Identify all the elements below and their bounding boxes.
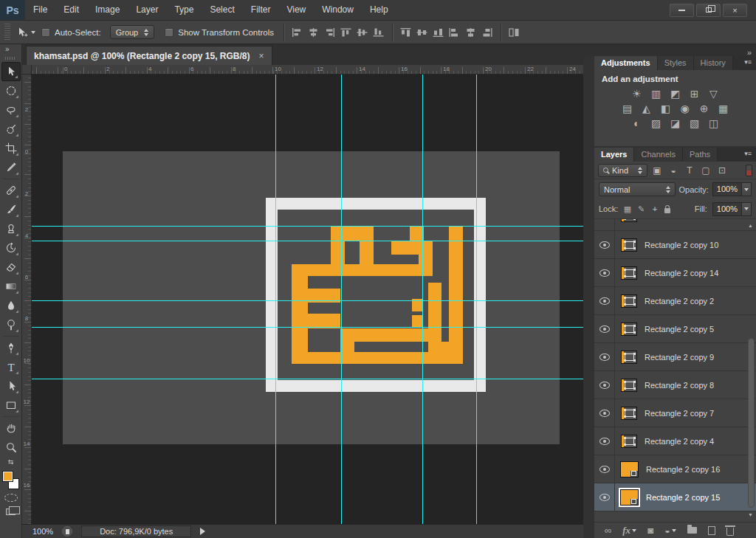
guide-horizontal[interactable] (32, 226, 583, 227)
layer-row[interactable]: Rectangle 2 copy 5 (594, 315, 756, 343)
visibility-column[interactable] (594, 219, 615, 230)
guide-vertical[interactable] (476, 75, 477, 524)
menu-image[interactable]: Image (87, 0, 128, 20)
tool-eyedropper[interactable] (1, 158, 21, 177)
scrollbar-thumb[interactable] (748, 338, 755, 508)
lock-position-icon[interactable]: + (650, 204, 659, 213)
tool-pen[interactable] (1, 338, 21, 357)
screen-mode-button[interactable] (6, 508, 16, 515)
eye-icon[interactable] (599, 382, 610, 389)
guide-horizontal[interactable] (32, 241, 583, 241)
visibility-column[interactable] (594, 315, 615, 342)
tool-gradient[interactable] (1, 277, 21, 296)
tool-type[interactable]: T (1, 357, 21, 376)
visibility-column[interactable] (594, 483, 615, 511)
color-lookup-icon[interactable]: ▦ (717, 103, 729, 114)
menu-help[interactable]: Help (362, 0, 396, 20)
eye-icon[interactable] (599, 269, 610, 277)
panel-menu-icon[interactable]: ▾≡ (744, 148, 756, 162)
tool-brush[interactable] (1, 200, 21, 219)
foreground-color-swatch[interactable] (2, 471, 13, 482)
guide-horizontal[interactable] (32, 379, 583, 379)
layer-name[interactable]: Rectangle 2 copy 7 (645, 409, 714, 418)
guide-horizontal[interactable] (32, 327, 583, 328)
tab-layers[interactable]: Layers (594, 148, 634, 162)
tool-history-brush[interactable] (1, 238, 21, 258)
vertical-ruler[interactable]: 2 0 2 4 6 8 10 12 14 16 (22, 75, 32, 524)
layer-name[interactable]: Rectangle 2 copy 8 (645, 381, 714, 390)
layer-name[interactable]: Rectangle 2 copy 9 (645, 353, 714, 362)
layer-row[interactable]: Rectangle 2 copy 4 (594, 427, 756, 455)
visibility-column[interactable] (594, 427, 615, 455)
restore-button[interactable] (696, 4, 721, 17)
selective-color-icon[interactable]: ◫ (707, 117, 720, 129)
new-adjustment-layer-button[interactable]: ◒ (664, 525, 676, 535)
layer-row[interactable]: Rectangle 2 copy 2 (594, 287, 756, 315)
tool-eraser[interactable] (1, 258, 21, 277)
hue-saturation-icon[interactable]: ▤ (621, 103, 633, 114)
black-white-icon[interactable]: ◧ (659, 103, 672, 114)
guide-horizontal[interactable] (32, 300, 583, 301)
eye-icon[interactable] (599, 297, 610, 305)
tool-blur[interactable] (1, 296, 21, 315)
delete-layer-icon[interactable] (726, 528, 734, 536)
layer-thumbnail-shape[interactable] (620, 489, 639, 506)
auto-align-layers-icon[interactable] (508, 27, 520, 38)
link-layers-icon[interactable]: ∞ (605, 525, 611, 535)
horizontal-ruler[interactable]: 0 2 4 6 8 10 12 14 16 18 20 22 24 (32, 65, 583, 75)
tool-path-selection[interactable] (1, 376, 21, 396)
menu-edit[interactable]: Edit (55, 0, 87, 20)
move-tool-preset[interactable] (16, 27, 35, 38)
layer-style-button[interactable]: fx (622, 525, 636, 537)
auto-select-checkbox[interactable] (41, 28, 50, 37)
distribute-bottom-edges-icon[interactable] (432, 27, 444, 38)
tool-elliptical-marquee[interactable] (1, 81, 21, 100)
filter-adjustment-layers-icon[interactable]: ◒ (667, 165, 680, 176)
tool-dodge[interactable] (1, 315, 21, 334)
color-balance-icon[interactable]: ◭ (640, 103, 653, 114)
exposure-icon[interactable]: ⊞ (688, 88, 701, 100)
auto-select-target-dropdown[interactable]: Group (110, 25, 155, 39)
layer-row[interactable]: Rectangle 2 copy 14 (594, 259, 756, 287)
align-vertical-centers-icon[interactable] (356, 27, 368, 38)
ruler-origin-corner[interactable] (22, 65, 32, 75)
tool-hand[interactable] (1, 418, 21, 438)
channel-mixer-icon[interactable]: ⊕ (698, 103, 710, 114)
visibility-column[interactable] (594, 231, 615, 258)
layer-thumbnail[interactable] (621, 294, 637, 308)
menu-filter[interactable]: Filter (243, 0, 279, 20)
eye-icon[interactable] (599, 325, 610, 333)
lock-transparency-icon[interactable]: ▦ (623, 204, 632, 214)
visibility-column[interactable] (594, 287, 615, 314)
layer-thumbnail[interactable] (621, 351, 637, 364)
layer-name[interactable]: Rectangle 2 copy 16 (646, 465, 720, 474)
visibility-column[interactable] (594, 399, 615, 427)
align-right-edges-icon[interactable] (323, 27, 336, 38)
canvas-viewport[interactable]: 0 2 4 6 8 10 12 14 16 18 20 22 24 2 0 2 … (22, 65, 583, 524)
opacity-field[interactable]: 100% (712, 182, 752, 196)
tab-styles[interactable]: Styles (658, 56, 694, 70)
document-size-readout[interactable]: Doc: 796,9K/0 bytes (81, 525, 191, 537)
brightness-contrast-icon[interactable]: ☀ (630, 88, 643, 100)
layer-thumbnail[interactable] (621, 266, 637, 280)
layer-row[interactable]: Rectangle 2 copy 10 (594, 231, 756, 259)
distribute-left-edges-icon[interactable] (448, 27, 461, 38)
visibility-column[interactable] (594, 343, 615, 370)
options-grip-handle[interactable] (4, 24, 10, 41)
layer-name[interactable]: Rectangle 2 copy 15 (646, 493, 720, 502)
guide-vertical[interactable] (422, 75, 423, 524)
layer-row-selected[interactable]: Rectangle 2 copy 15 (594, 483, 756, 511)
tool-clone-stamp[interactable] (1, 219, 21, 238)
scroll-down-icon[interactable]: ▼ (748, 512, 753, 517)
swap-colors-icon[interactable]: ⇆ (8, 458, 14, 466)
tool-rectangle[interactable] (1, 396, 21, 415)
opacity-dropdown-arrow[interactable] (742, 182, 752, 196)
invert-icon[interactable]: ◐ (630, 117, 643, 129)
layer-row[interactable]: Rectangle 2 copy 9 (594, 343, 756, 371)
filter-kind-dropdown[interactable]: Kind (598, 164, 647, 177)
layer-name[interactable]: Rectangle 2 copy 4 (645, 437, 714, 446)
align-bottom-edges-icon[interactable] (372, 27, 385, 38)
gradient-map-icon[interactable]: ▧ (688, 117, 701, 129)
pasteboard[interactable] (32, 75, 583, 524)
toolbar-grip-handle[interactable] (5, 57, 16, 60)
